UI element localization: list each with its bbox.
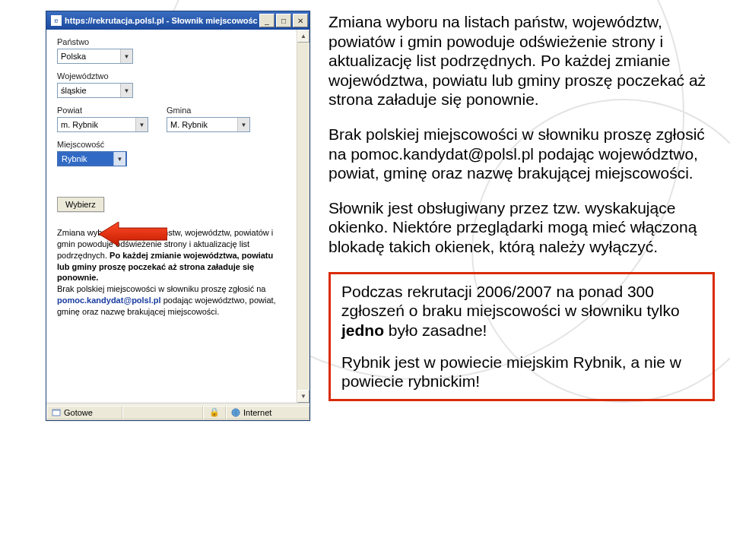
status-zone-label: Internet	[243, 408, 271, 417]
slide-text: Zmiana wyboru na listach państw, wojewód…	[328, 12, 715, 401]
close-button[interactable]: ✕	[293, 14, 308, 27]
chevron-down-icon: ▼	[113, 152, 125, 166]
gmina-select[interactable]: M. Rybnik ▼	[167, 117, 250, 132]
minimize-button[interactable]: _	[259, 14, 275, 27]
chevron-down-icon: ▼	[237, 118, 249, 131]
status-bar: Gotowe 🔒 Internet	[46, 403, 309, 420]
chevron-down-icon: ▼	[135, 118, 148, 131]
wojewodztwo-label: Województwo	[57, 71, 299, 81]
powiat-select[interactable]: m. Rybnik ▼	[57, 117, 148, 132]
wybierz-button[interactable]: Wybierz	[57, 197, 104, 212]
wojewodztwo-select[interactable]: śląskie ▼	[57, 83, 133, 98]
vertical-scrollbar[interactable]: ▲ ▼	[297, 30, 309, 403]
status-done-label: Gotowe	[64, 408, 93, 417]
maximize-button[interactable]: □	[276, 14, 291, 27]
callout-paragraph-2: Rybnik jest w powiecie miejskim Rybnik, …	[341, 353, 702, 391]
powiat-label: Powiat	[57, 106, 148, 115]
scroll-up-icon[interactable]: ▲	[297, 30, 309, 43]
chevron-down-icon: ▼	[120, 49, 132, 63]
callout-box: Podczas rekrutacji 2006/2007 na ponad 30…	[328, 272, 715, 401]
lock-icon: 🔒	[209, 407, 220, 417]
chevron-down-icon: ▼	[120, 84, 132, 97]
done-icon	[52, 408, 61, 417]
powiat-value: m. Rybnik	[61, 120, 135, 129]
paragraph-2: Brak polskiej miejscowości w słowniku pr…	[328, 125, 715, 183]
gmina-value: M. Rybnik	[170, 120, 237, 129]
popup-info-text: Zmiana wyboru na listach państw, wojewód…	[57, 227, 278, 318]
svg-marker-2	[99, 222, 167, 246]
panstwo-value: Polska	[61, 52, 120, 61]
popup-body: ▲ ▼ Państwo Polska ▼ Województwo śląskie…	[46, 30, 309, 403]
paragraph-1: Zmiana wyboru na listach państw, wojewód…	[328, 12, 715, 109]
panstwo-label: Państwo	[57, 37, 299, 46]
ie-favicon-icon: e	[51, 15, 62, 26]
dictionary-popup-window: e https://rekrutacja.polsl.pl - Słownik …	[46, 11, 310, 421]
red-arrow-icon	[99, 220, 167, 248]
miejscowosc-label: Miejscowość	[57, 140, 299, 149]
callout-paragraph-1: Podczas rekrutacji 2006/2007 na ponad 30…	[341, 282, 702, 340]
email-link[interactable]: pomoc.kandydat@polsl.pl	[57, 296, 161, 305]
miejscowosc-value: Rybnik	[62, 154, 113, 163]
window-title: https://rekrutacja.polsl.pl - Słownik mi…	[65, 16, 258, 25]
wojewodztwo-value: śląskie	[61, 86, 120, 95]
gmina-label: Gmina	[167, 106, 250, 115]
window-titlebar[interactable]: e https://rekrutacja.polsl.pl - Słownik …	[46, 11, 309, 30]
globe-icon	[231, 408, 240, 417]
miejscowosc-select[interactable]: Rybnik ▼	[57, 151, 127, 166]
panstwo-select[interactable]: Polska ▼	[57, 49, 133, 64]
paragraph-3: Słownik jest obsługiwany przez tzw. wysk…	[328, 198, 715, 257]
scroll-down-icon[interactable]: ▼	[297, 390, 309, 403]
